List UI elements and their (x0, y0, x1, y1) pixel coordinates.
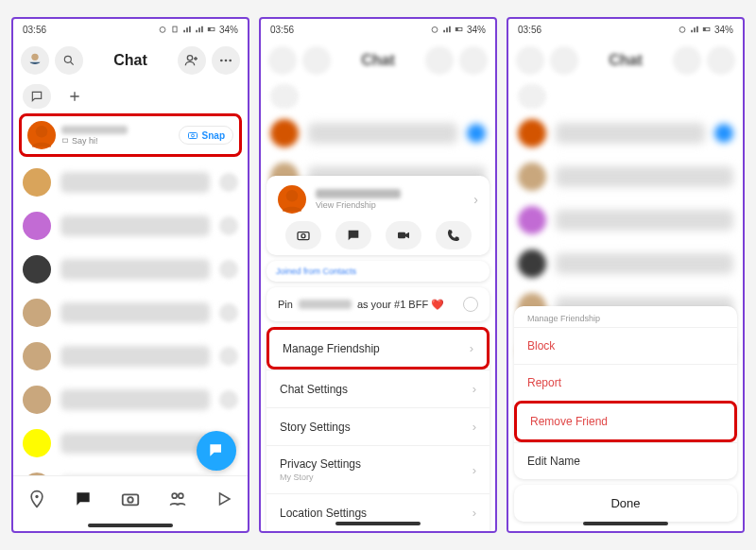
edit-name-row[interactable]: Edit Name (514, 442, 737, 479)
nav-stories[interactable] (166, 488, 189, 510)
signal-icon (690, 25, 699, 34)
svg-point-5 (64, 56, 71, 62)
svg-point-29 (301, 234, 305, 238)
svg-rect-16 (62, 139, 67, 142)
pin-radio[interactable] (463, 297, 478, 312)
status-right: 34% (430, 25, 486, 35)
svg-rect-17 (188, 133, 197, 139)
chat-item[interactable] (13, 335, 248, 378)
profile-avatar[interactable] (516, 46, 544, 75)
status-time: 03:56 (270, 25, 294, 35)
chevron-right-icon: › (472, 506, 476, 520)
header-title: Chat (336, 52, 420, 69)
chat-icon (346, 228, 361, 243)
svg-point-11 (225, 60, 228, 62)
phone-icon (446, 228, 461, 243)
search-button[interactable] (55, 46, 83, 75)
vibrate-icon (170, 25, 180, 34)
filter-bar (13, 81, 248, 112)
battery-icon (455, 25, 464, 34)
chat-action[interactable] (335, 221, 371, 249)
nav-camera[interactable] (119, 488, 142, 510)
add-friend-button[interactable] (673, 46, 701, 75)
more-icon (218, 53, 233, 68)
pin-name-blur (299, 300, 352, 309)
status-time: 03:56 (518, 25, 541, 35)
more-button[interactable] (459, 46, 488, 75)
block-row[interactable]: Block (514, 327, 737, 364)
filter-all[interactable] (23, 84, 51, 109)
call-action[interactable] (436, 221, 472, 249)
chevron-right-icon: › (472, 420, 476, 434)
profile-card[interactable]: View Friendship › (266, 176, 490, 255)
svg-point-10 (220, 60, 223, 62)
svg-rect-30 (398, 232, 405, 239)
remove-friend-row[interactable]: Remove Friend (514, 401, 737, 442)
new-chat-button[interactable] (60, 84, 89, 109)
add-friend-button[interactable] (425, 46, 454, 75)
chevron-right-icon: › (470, 341, 473, 355)
new-chat-button[interactable] (556, 84, 584, 109)
pencil-chat-icon (207, 441, 226, 460)
send-profile-row[interactable]: Send Profile To... (266, 531, 490, 533)
filter-all[interactable] (518, 84, 546, 109)
snap-button[interactable]: Snap (179, 126, 233, 145)
svg-rect-3 (208, 27, 211, 30)
chat-item[interactable] (13, 248, 248, 291)
video-action[interactable] (386, 221, 421, 249)
search-button[interactable] (302, 46, 331, 75)
remove-friend-label: Remove Friend (530, 415, 608, 428)
pin-suffix: as your #1 BFF ❤️ (357, 299, 444, 311)
snap-action[interactable] (285, 221, 321, 249)
profile-avatar[interactable] (268, 46, 297, 75)
chat-header: Chat (508, 40, 743, 81)
nav-map[interactable] (26, 488, 48, 510)
filter-bar (261, 81, 495, 112)
chat-item[interactable] (13, 204, 248, 248)
camera-icon (296, 228, 311, 243)
chat-filled-icon (74, 490, 93, 508)
chat-bubble-icon (30, 90, 43, 103)
manage-friendship-row[interactable]: Manage Friendship › (266, 327, 490, 370)
story-settings-row[interactable]: Story Settings › (266, 407, 490, 445)
location-settings-row[interactable]: Location Settings › (266, 493, 490, 531)
svg-point-19 (35, 494, 38, 497)
friend-avatar (278, 185, 306, 214)
report-row[interactable]: Report (514, 364, 737, 401)
nav-spotlight[interactable] (213, 488, 235, 510)
nav-chat[interactable] (72, 488, 94, 510)
done-button[interactable]: Done (514, 485, 737, 522)
chat-item[interactable] (13, 378, 248, 421)
new-chat-fab[interactable] (197, 431, 236, 471)
new-chat-button[interactable] (308, 84, 336, 109)
chat-item[interactable] (13, 291, 248, 335)
camera-nav-icon (120, 489, 141, 509)
status-bar: 03:56 34% (261, 19, 495, 40)
camera-icon (187, 129, 198, 141)
screen-1: 03:56 34% Chat (11, 17, 249, 533)
privacy-settings-row[interactable]: Privacy Settings My Story › (266, 445, 490, 493)
chat-settings-row[interactable]: Chat Settings › (266, 370, 490, 407)
battery-icon (207, 25, 216, 34)
play-icon (215, 490, 232, 507)
friend-action-sheet: View Friendship › Joined from Contacts P… (266, 176, 490, 533)
profile-avatar[interactable] (21, 46, 49, 75)
svg-rect-26 (455, 27, 458, 30)
pin-bff-row[interactable]: Pin as your #1 BFF ❤️ (266, 287, 490, 321)
chat-item[interactable] (13, 161, 248, 204)
filter-all[interactable] (270, 84, 299, 109)
search-button[interactable] (550, 46, 578, 75)
manage-friendship-menu: Manage Friendship Block Report Remove Fr… (514, 306, 737, 479)
chat-item-highlighted[interactable]: Say hi! Snap (19, 113, 242, 157)
screen-2: 03:56 34% Chat (259, 17, 497, 533)
privacy-settings-sub: My Story (280, 473, 361, 482)
status-right: 34% (678, 25, 733, 35)
add-friend-button[interactable] (178, 46, 206, 75)
plus-icon (67, 89, 82, 104)
svg-point-24 (432, 27, 438, 33)
status-right: 34% (158, 25, 238, 35)
svg-point-22 (172, 493, 177, 498)
chat-list[interactable] (13, 161, 248, 475)
more-button[interactable] (707, 46, 735, 75)
more-button[interactable] (212, 46, 240, 75)
